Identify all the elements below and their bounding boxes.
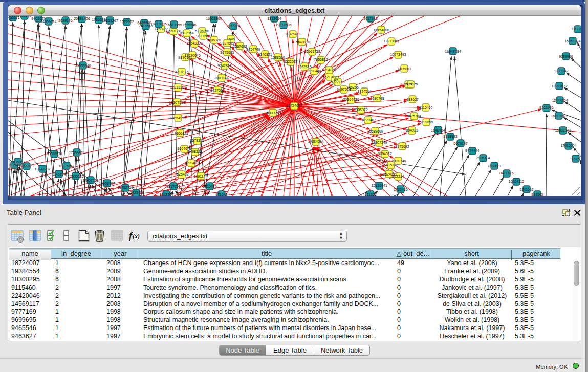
svg-text:12342737: 12342737 <box>34 167 50 171</box>
svg-text:391547: 391547 <box>8 163 20 167</box>
svg-text:933627: 933627 <box>406 98 418 101</box>
svg-text:20364436: 20364436 <box>343 98 359 101</box>
svg-text:2089146: 2089146 <box>58 19 72 23</box>
svg-text:20206536: 20206536 <box>46 152 62 156</box>
svg-text:1080748: 1080748 <box>370 97 384 100</box>
svg-text:16782759: 16782759 <box>117 186 133 189</box>
svg-text:1156829: 1156829 <box>20 164 34 168</box>
svg-text:10688609: 10688609 <box>367 129 383 133</box>
svg-text:15692971: 15692971 <box>555 128 571 132</box>
svg-text:6679197: 6679197 <box>453 142 467 145</box>
svg-text:16107553: 16107553 <box>169 101 185 104</box>
svg-text:19384554: 19384554 <box>308 140 323 143</box>
svg-text:8427552: 8427552 <box>210 89 224 92</box>
svg-text:924565: 924565 <box>531 193 543 196</box>
svg-text:9827503: 9827503 <box>196 34 210 38</box>
svg-text:1691144: 1691144 <box>194 174 208 178</box>
svg-text:3824514: 3824514 <box>357 90 371 93</box>
svg-text:1527602: 1527602 <box>120 20 134 24</box>
svg-text:1292344: 1292344 <box>159 193 173 196</box>
svg-text:6899695: 6899695 <box>419 120 433 124</box>
svg-text:10653267: 10653267 <box>102 19 118 23</box>
svg-text:8454749: 8454749 <box>246 48 260 51</box>
svg-text:1145194: 1145194 <box>52 172 66 176</box>
svg-text:9575784: 9575784 <box>407 114 421 118</box>
svg-text:7386372: 7386372 <box>354 108 367 112</box>
svg-text:1975692: 1975692 <box>395 145 409 148</box>
svg-text:9146821: 9146821 <box>258 53 272 56</box>
svg-text:16154808: 16154808 <box>373 28 389 32</box>
svg-text:9857791: 9857791 <box>166 185 180 188</box>
svg-text:1615132: 1615132 <box>384 163 398 167</box>
svg-text:1112753: 1112753 <box>571 27 581 31</box>
svg-text:252214: 252214 <box>392 174 404 178</box>
svg-text:9777169: 9777169 <box>331 80 344 84</box>
svg-text:4099489: 4099489 <box>184 161 198 165</box>
svg-text:9227342: 9227342 <box>554 69 568 73</box>
svg-text:16543382: 16543382 <box>186 41 202 45</box>
svg-text:8322037: 8322037 <box>284 60 297 63</box>
svg-text:17957223: 17957223 <box>82 179 98 182</box>
svg-text:16120746: 16120746 <box>390 159 406 163</box>
svg-text:17359924: 17359924 <box>69 151 84 155</box>
svg-text:9115460: 9115460 <box>419 106 433 110</box>
svg-text:12213369: 12213369 <box>170 85 186 89</box>
svg-text:8471676: 8471676 <box>499 171 513 175</box>
svg-text:971648: 971648 <box>215 193 227 196</box>
svg-text:6497508: 6497508 <box>337 87 351 91</box>
svg-text:8660124: 8660124 <box>166 29 180 33</box>
svg-text:7857224: 7857224 <box>226 24 240 28</box>
svg-text:20053346: 20053346 <box>75 64 91 68</box>
svg-text:19218506: 19218506 <box>275 23 291 27</box>
svg-text:2803144: 2803144 <box>214 76 228 80</box>
svg-text:8938923: 8938923 <box>443 135 457 138</box>
svg-text:11325419: 11325419 <box>285 32 301 36</box>
svg-text:19166825: 19166825 <box>172 132 188 135</box>
svg-text:8990448: 8990448 <box>307 69 321 73</box>
svg-text:7955812: 7955812 <box>314 58 328 61</box>
svg-text:15751074: 15751074 <box>564 39 580 43</box>
svg-text:9327503: 9327503 <box>220 41 234 45</box>
svg-text:9890141: 9890141 <box>178 56 192 59</box>
svg-text:15136141: 15136141 <box>371 184 387 187</box>
svg-text:7625402: 7625402 <box>175 172 188 176</box>
svg-text:16961758: 16961758 <box>304 50 320 53</box>
svg-text:9716485: 9716485 <box>203 185 216 188</box>
svg-text:7515546: 7515546 <box>182 23 196 27</box>
svg-text:5226058: 5226058 <box>195 29 209 33</box>
svg-text:16210643: 16210643 <box>551 114 567 118</box>
svg-text:8813054: 8813054 <box>267 17 281 20</box>
svg-text:16671355: 16671355 <box>166 23 182 27</box>
svg-text:12923446: 12923446 <box>128 191 144 194</box>
svg-text:18724007: 18724007 <box>286 104 302 107</box>
svg-text:1362615: 1362615 <box>297 65 311 69</box>
svg-text:9329966: 9329966 <box>559 55 573 58</box>
svg-text:8215955: 8215955 <box>539 106 553 110</box>
svg-text:12213967: 12213967 <box>383 39 399 43</box>
svg-text:15640910: 15640910 <box>294 40 310 44</box>
svg-text:2367608: 2367608 <box>233 45 247 48</box>
svg-text:12505135: 12505135 <box>68 174 83 178</box>
svg-text:10958107: 10958107 <box>99 182 115 185</box>
svg-text:10973493: 10973493 <box>390 53 406 56</box>
svg-text:116753: 116753 <box>570 157 581 161</box>
svg-text:9242848: 9242848 <box>217 64 231 68</box>
svg-text:5498222: 5498222 <box>188 150 202 154</box>
svg-text:19654935: 19654935 <box>170 116 186 120</box>
svg-text:6794028: 6794028 <box>322 68 336 72</box>
svg-text:16053809: 16053809 <box>206 17 222 20</box>
svg-text:9084067: 9084067 <box>378 152 391 156</box>
svg-text:1588520: 1588520 <box>271 56 285 59</box>
svg-text:9245652: 9245652 <box>519 188 533 191</box>
svg-text:2089140: 2089140 <box>17 16 31 17</box>
svg-text:14055714: 14055714 <box>40 20 56 24</box>
svg-text:12093872: 12093872 <box>551 84 567 88</box>
svg-text:1733426: 1733426 <box>394 188 407 191</box>
svg-text:151361: 151361 <box>364 193 376 196</box>
svg-text:7515546: 7515546 <box>139 24 153 28</box>
svg-text:17016504: 17016504 <box>560 144 576 147</box>
svg-text:18720407: 18720407 <box>360 118 376 122</box>
svg-text:2087682: 2087682 <box>363 17 377 20</box>
svg-text:7632621: 7632621 <box>487 164 501 168</box>
svg-text:(x): (x) <box>133 233 140 240</box>
